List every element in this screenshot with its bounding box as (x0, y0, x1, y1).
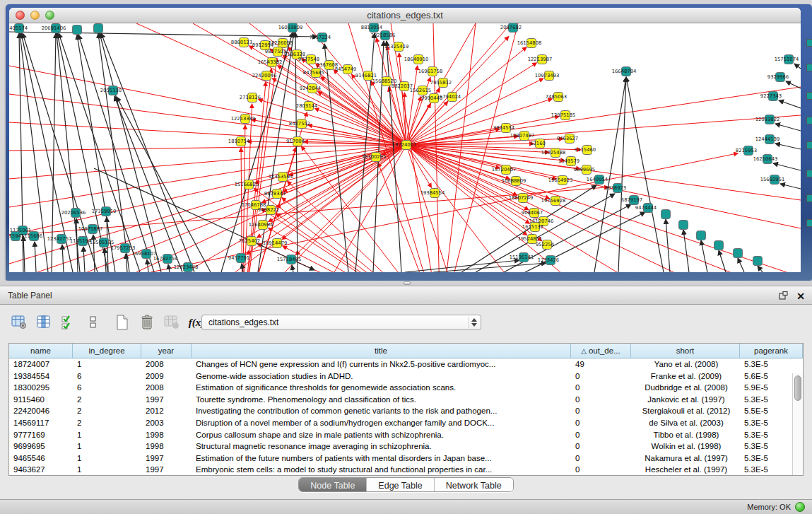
application-window: citations_edges.txt 14055742069140616033… (0, 0, 812, 514)
cell-name: 22420046 (9, 405, 73, 417)
table-row[interactable]: 1938455462009Genome-wide association stu… (9, 370, 803, 382)
svg-text:1405574: 1405574 (9, 25, 28, 31)
svg-text:19756928: 19756928 (541, 198, 566, 204)
cell-short: Hescheler et al. (1997) (631, 464, 740, 475)
table-row[interactable]: 1830029562008Estimation of significance … (9, 382, 803, 394)
panel-splitter[interactable] (0, 281, 812, 286)
table-row[interactable]: 2242004622012Investigating the contribut… (9, 405, 803, 417)
table-panel-header: Table Panel ✕ (0, 286, 812, 305)
svg-text:20691406: 20691406 (42, 25, 66, 31)
svg-text:12093822: 12093822 (755, 117, 780, 122)
table-row[interactable]: 911546021997Tourette syndrome. Phenomeno… (9, 394, 803, 406)
svg-text:18807249: 18807249 (509, 195, 534, 201)
svg-text:12975185: 12975185 (551, 112, 576, 118)
svg-text:18226058: 18226058 (269, 40, 293, 46)
svg-text:9146821: 9146821 (355, 73, 377, 78)
cell-in_degree: 1 (73, 429, 141, 441)
table-row[interactable]: 977716911998Corpus callosum shape and si… (9, 429, 803, 441)
create-column-button[interactable] (113, 314, 131, 331)
cell-out_de: 49 (571, 358, 631, 370)
column-header-name[interactable]: name (9, 344, 73, 358)
svg-text:9474444: 9474444 (635, 205, 657, 211)
cell-title: Disruption of a novel member of a sodium… (192, 417, 571, 429)
svg-text:9329966: 9329966 (767, 74, 789, 80)
splitter-handle-icon[interactable] (404, 281, 411, 285)
citation-network-graph[interactable]: 1405574206914061603380978572248813054192… (9, 23, 801, 272)
svg-text:62160: 62160 (530, 141, 546, 146)
column-header-out_de[interactable]: △out_de... (571, 344, 631, 358)
svg-text:952254: 952254 (536, 242, 554, 247)
svg-text:1549579: 1549579 (558, 158, 579, 164)
cell-in_degree: 2 (73, 405, 141, 417)
network-canvas[interactable]: 1405574206914061603380978572248813054192… (9, 23, 801, 272)
cell-name: 9777169 (9, 429, 73, 441)
svg-text:10025488: 10025488 (541, 150, 566, 156)
tab-edge-table[interactable]: Edge Table (367, 478, 434, 492)
peek-node (806, 92, 812, 100)
cell-out_de: 0 (571, 394, 631, 406)
svg-text:19654923: 19654923 (548, 177, 573, 183)
svg-text:1810754: 1810754 (228, 139, 249, 144)
cell-in_degree: 1 (73, 464, 141, 475)
cell-in_degree: 1 (73, 452, 141, 465)
svg-text:16210643: 16210643 (753, 156, 778, 162)
column-header-in_degree[interactable]: in_degree (73, 344, 141, 358)
svg-text:6794024: 6794024 (440, 94, 461, 100)
cell-year: 2008 (141, 382, 192, 394)
close-panel-icon[interactable]: ✕ (796, 292, 805, 300)
svg-text:22420046: 22420046 (252, 73, 277, 78)
svg-text:16648784: 16648784 (612, 69, 637, 74)
column-header-short[interactable]: short (631, 344, 740, 358)
table-mode-button[interactable] (10, 314, 28, 331)
svg-text:8938923: 8938923 (605, 185, 626, 191)
table-row[interactable]: 946362711997Embryonic stem cells: a mode… (9, 464, 803, 475)
cell-short: Dudbridge et al. (2008) (631, 382, 740, 394)
svg-text:16782759: 16782759 (153, 256, 178, 262)
cell-in_degree: 1 (73, 440, 141, 452)
svg-text:11353594: 11353594 (269, 174, 293, 180)
svg-text:10688809: 10688809 (502, 178, 526, 184)
network-table-select[interactable]: citations_edges.txt (201, 315, 481, 330)
network-table-select-value: citations_edges.txt (208, 317, 278, 327)
svg-text:16154808: 16154808 (517, 40, 542, 46)
tab-network-table[interactable]: Network Table (435, 478, 513, 492)
cell-name: 18724007 (9, 358, 73, 370)
delete-table-button[interactable] (163, 314, 181, 331)
window-titlebar[interactable]: citations_edges.txt (9, 8, 801, 23)
tab-node-table[interactable]: Node Table (299, 478, 367, 492)
cell-title: Changes of HCN gene expression and I(f) … (192, 358, 571, 370)
column-visibility-button[interactable] (35, 314, 53, 331)
delete-column-button[interactable] (138, 314, 156, 331)
svg-text:12213389: 12213389 (231, 116, 256, 122)
table-row[interactable]: 1456911722003Disruption of a novel membe… (9, 417, 803, 429)
svg-text:8878344: 8878344 (264, 191, 286, 197)
cell-name: 19384554 (9, 370, 73, 382)
svg-text:9827503: 9827503 (265, 49, 286, 54)
column-header-title[interactable]: title (192, 344, 571, 358)
svg-text:16961758: 16961758 (418, 69, 443, 74)
float-panel-icon[interactable] (779, 290, 788, 303)
cell-name: 9115460 (9, 394, 73, 406)
column-header-year[interactable]: year (141, 344, 192, 358)
scrollbar-thumb[interactable] (794, 375, 801, 401)
background-window-nodes (806, 0, 812, 281)
cell-title: Structural magnetic resonance image aver… (192, 440, 571, 452)
cell-short: Stergiakouli et al. (2012) (631, 405, 740, 417)
vertical-scrollbar[interactable] (792, 373, 803, 475)
svg-text:8215953: 8215953 (736, 148, 757, 153)
cell-pagerank: 5.3E-5 (740, 358, 803, 370)
cell-year: 1997 (141, 452, 192, 465)
svg-text:9227343: 9227343 (760, 93, 782, 99)
select-columns-button[interactable] (59, 314, 78, 331)
row-height-button[interactable] (84, 314, 102, 331)
cell-short: de Silva et al. (2003) (631, 417, 740, 429)
table-row[interactable]: 969969511998Structural magnetic resonanc… (9, 440, 803, 452)
cell-short: Franke et al. (2009) (631, 370, 740, 382)
memory-status-label: Memory: OK (747, 503, 791, 511)
svg-text:12444139: 12444139 (755, 136, 780, 142)
peek-node (806, 64, 812, 71)
table-row[interactable]: 946554611997Estimation of the future num… (9, 452, 803, 465)
cell-title: Embryonic stem cells: a model to study s… (192, 464, 571, 475)
table-row[interactable]: 1872400712008Changes of HCN gene express… (9, 358, 803, 370)
column-header-pagerank[interactable]: pagerank (740, 344, 803, 358)
